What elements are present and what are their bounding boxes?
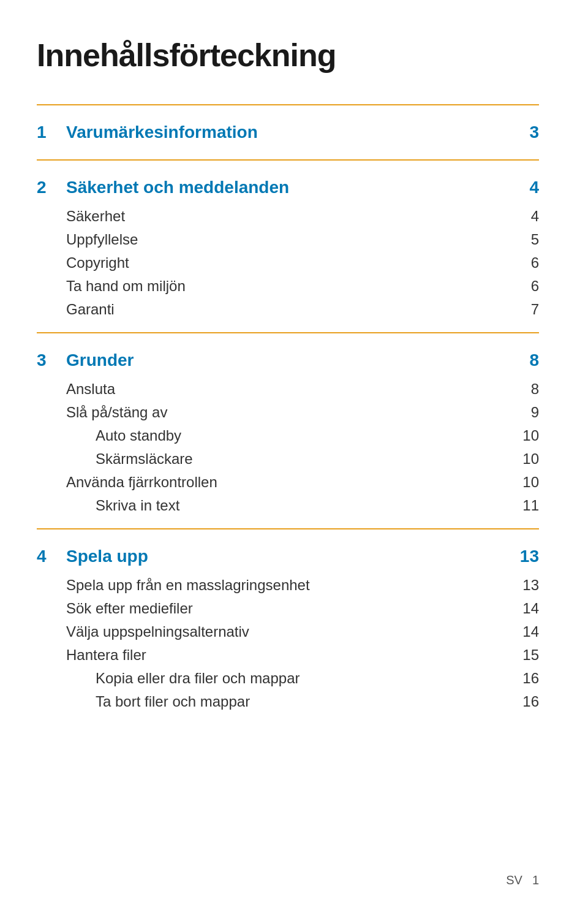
sub-miljon-title: Ta hand om miljön	[66, 278, 508, 295]
toc-sub-garanti: Garanti 7	[37, 298, 539, 321]
toc-section-2: 2 Säkerhet och meddelanden 4	[37, 172, 539, 203]
sub-skriva-page: 11	[508, 497, 539, 514]
section-2-number: 2	[37, 178, 61, 197]
section-3-title: Grunder	[66, 351, 508, 370]
sub-ta-bort-page: 16	[508, 693, 539, 710]
sub-auto-standby-title: Auto standby	[96, 427, 508, 444]
sub-kopia-title: Kopia eller dra filer och mappar	[96, 670, 508, 687]
sub-garanti-title: Garanti	[66, 301, 508, 318]
toc-section-4: 4 Spela upp 13	[37, 541, 539, 572]
divider-3	[37, 332, 539, 333]
sub-skriva-title: Skriva in text	[96, 497, 508, 514]
sub-spela-mass-title: Spela upp från en masslagringsenhet	[66, 577, 508, 594]
sub-ta-bort-title: Ta bort filer och mappar	[96, 693, 508, 710]
toc-sub-uppfyllelse: Uppfyllelse 5	[37, 228, 539, 251]
divider-1	[37, 104, 539, 105]
toc-sub-copyright: Copyright 6	[37, 251, 539, 275]
sub-miljon-page: 6	[508, 278, 539, 295]
footer: SV 1	[506, 873, 539, 887]
sub-hantera-title: Hantera filer	[66, 647, 508, 664]
sub-uppfyllelse-page: 5	[508, 231, 539, 248]
toc-container: 1 Varumärkesinformation 3 2 Säkerhet och…	[37, 104, 539, 713]
toc-sub-skriva: Skriva in text 11	[37, 494, 539, 517]
sub-sok-page: 14	[508, 600, 539, 617]
section-2-title: Säkerhet och meddelanden	[66, 178, 508, 197]
divider-4	[37, 528, 539, 529]
section-3-number: 3	[37, 351, 61, 370]
sub-spela-mass-page: 13	[508, 577, 539, 594]
sub-valja-title: Välja uppspelningsalternativ	[66, 623, 508, 640]
sub-hantera-page: 15	[508, 647, 539, 664]
toc-sub-fjarkontroll: Använda fjärrkontrollen 10	[37, 471, 539, 494]
sub-fjarkontroll-title: Använda fjärrkontrollen	[66, 474, 508, 491]
sub-skarmslackare-title: Skärmsläckare	[96, 450, 508, 468]
toc-section-1: 1 Varumärkesinformation 3	[37, 116, 539, 148]
toc-sub-ansluta: Ansluta 8	[37, 377, 539, 401]
toc-sub-valja-uppspelning: Välja uppspelningsalternativ 14	[37, 620, 539, 643]
toc-section-3: 3 Grunder 8	[37, 344, 539, 376]
sub-copyright-title: Copyright	[66, 254, 508, 271]
sub-sakerhet-title: Säkerhet	[66, 208, 508, 225]
section-4-title: Spela upp	[66, 547, 508, 566]
sub-garanti-page: 7	[508, 301, 539, 318]
section-4-number: 4	[37, 547, 61, 566]
section-2-page: 4	[508, 178, 539, 197]
toc-sub-ta-bort: Ta bort filer och mappar 16	[37, 690, 539, 713]
sub-sla-pa-title: Slå på/stäng av	[66, 404, 508, 421]
footer-page-number: 1	[532, 873, 539, 887]
sub-copyright-page: 6	[508, 254, 539, 271]
toc-sub-spela-upp-mass: Spela upp från en masslagringsenhet 13	[37, 574, 539, 597]
section-1-page: 3	[508, 123, 539, 142]
sub-uppfyllelse-title: Uppfyllelse	[66, 231, 508, 248]
section-3-page: 8	[508, 351, 539, 370]
sub-ansluta-title: Ansluta	[66, 381, 508, 398]
sub-auto-standby-page: 10	[508, 427, 539, 444]
section-1-title: Varumärkesinformation	[66, 123, 508, 142]
section-4-page: 13	[508, 547, 539, 566]
divider-2	[37, 159, 539, 161]
sub-kopia-page: 16	[508, 670, 539, 687]
page-title: Innehållsförteckning	[37, 37, 539, 74]
toc-sub-auto-standby: Auto standby 10	[37, 424, 539, 447]
sub-sok-title: Sök efter mediefiler	[66, 600, 508, 617]
toc-sub-sla-pa: Slå på/stäng av 9	[37, 401, 539, 424]
sub-valja-page: 14	[508, 623, 539, 640]
section-1-number: 1	[37, 123, 61, 142]
sub-sla-pa-page: 9	[508, 404, 539, 421]
toc-sub-sok-mediefiler: Sök efter mediefiler 14	[37, 597, 539, 620]
sub-ansluta-page: 8	[508, 381, 539, 398]
toc-sub-kopia: Kopia eller dra filer och mappar 16	[37, 667, 539, 690]
toc-sub-hantera-filer: Hantera filer 15	[37, 643, 539, 667]
footer-language: SV	[506, 873, 522, 887]
toc-sub-sakerhet: Säkerhet 4	[37, 205, 539, 228]
sub-sakerhet-page: 4	[508, 208, 539, 225]
toc-sub-skarmslackare: Skärmsläckare 10	[37, 447, 539, 471]
sub-fjarkontroll-page: 10	[508, 474, 539, 491]
toc-sub-miljon: Ta hand om miljön 6	[37, 275, 539, 298]
sub-skarmslackare-page: 10	[508, 450, 539, 468]
